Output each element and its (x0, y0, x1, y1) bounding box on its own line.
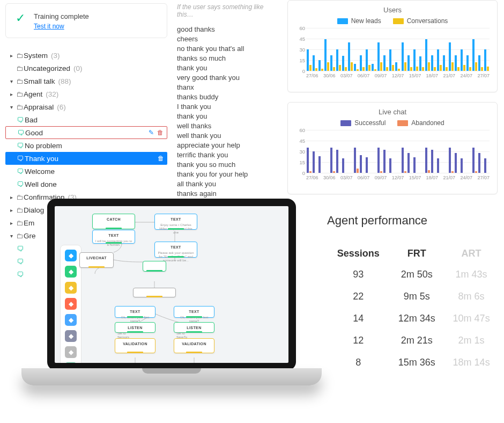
perf-title: Agent performance (327, 214, 499, 228)
folder-icon: 🗀 (15, 103, 24, 111)
toolbox-item[interactable]: ◆ (65, 250, 77, 261)
toolbox-item[interactable]: ◆ (65, 314, 77, 326)
tree-item-uncategorized[interactable]: ▸🗀 Uncategorized (0) (5, 62, 167, 75)
training-title: Training complete (34, 12, 89, 20)
delete-icon[interactable]: 🗑 (158, 155, 164, 162)
chart-title: Live chat (295, 108, 490, 116)
flow-node-livechat[interactable]: LIVECHAT (79, 252, 114, 268)
perf-table: Sessions FRT ART 932m 50s1m 43s229m 5s8m… (327, 244, 499, 374)
users-chart-card: Users New leads Conversations 0153045602… (287, 0, 498, 92)
flow-node[interactable] (143, 261, 166, 272)
laptop-notch (142, 368, 201, 374)
tree-leaf-thankyou[interactable]: 🗨 Thank you 🗑 (5, 152, 167, 165)
phrase-item[interactable]: thanks buddy (177, 92, 279, 102)
phrase-item[interactable]: good thanks (177, 25, 279, 34)
users-chart: 01530456027/0630/0603/0706/0709/0712/071… (306, 28, 490, 78)
folder-icon: 🗀 (15, 90, 24, 98)
test-it-now-link[interactable]: Test it now (34, 23, 64, 30)
phrases-panel: If the user says something like this… go… (177, 3, 279, 199)
phrase-item[interactable]: thanks again (177, 189, 279, 199)
tree-leaf-noproblem[interactable]: 🗨 No problem (5, 139, 167, 152)
folder-icon: 🗀 (15, 52, 24, 60)
phrase-item[interactable]: thank you so much (177, 160, 279, 170)
toolbox-item[interactable]: ◆ (65, 346, 77, 358)
laptop-mockup: ◆◆◆◆◆◆◆◆ CATCH TEXTEnjoy some • Charles … (21, 199, 322, 412)
table-row: 932m 50s1m 43s (327, 264, 499, 286)
delete-icon[interactable]: 🗑 (157, 129, 164, 136)
phrase-item[interactable]: thank you (177, 63, 279, 73)
toolbox-item[interactable]: ◆ (65, 330, 77, 342)
phrase-item[interactable]: well thank you (177, 131, 279, 141)
phrase-item[interactable]: thanks so much (177, 54, 279, 63)
chat-icon: 🗨 (15, 180, 25, 188)
phrase-item[interactable]: well thanks (177, 121, 279, 131)
col-art: ART (444, 244, 499, 264)
training-complete-card: ✓ Training complete Test it now (5, 3, 167, 38)
folder-icon: 🗀 (15, 64, 24, 72)
livechat-chart: 01530456027/0630/0603/0706/0709/0712/071… (306, 130, 490, 180)
phrase-item[interactable]: thank you for your help (177, 170, 279, 179)
chat-icon: 🗨 (15, 116, 25, 124)
tree-leaf-bad[interactable]: 🗨 Bad (5, 113, 167, 126)
tree-item-agent[interactable]: ▸🗀 Agent (32) (5, 87, 167, 100)
flow-node-text[interactable]: TEXTI will be connecting you to a human. (92, 230, 135, 244)
phrase-item[interactable]: appreciate your help (177, 141, 279, 150)
phrase-item[interactable]: thank you (177, 112, 279, 121)
flow-node-text[interactable]: TEXTOk, what's your first name? (115, 306, 155, 318)
flow-node-listen[interactable]: LISTENSet toSaveTo (174, 322, 214, 333)
edit-icon[interactable]: ✎ (149, 129, 154, 136)
tree-item-system[interactable]: ▸🗀 System (3) (5, 49, 167, 62)
agent-performance-panel: Agent performance Sessions FRT ART 932m … (327, 214, 499, 374)
tree-leaf-good[interactable]: 🗨 Good ✎ 🗑 (5, 126, 167, 139)
toolbox-item[interactable]: ◆ (65, 282, 77, 294)
flow-node[interactable] (133, 288, 176, 297)
flow-node-listen[interactable]: LISTENSet toSensors (115, 322, 155, 333)
toolbox-item[interactable]: ◆ (65, 298, 77, 310)
table-row: 815m 36s18m 14s (327, 352, 499, 374)
livechat-chart-card: Live chat Successful Abandoned 015304560… (287, 102, 498, 194)
chat-icon: 🗨 (16, 129, 25, 137)
col-sessions: Sessions (327, 244, 389, 264)
chart-legend: Successful Abandoned (295, 119, 490, 127)
phrase-item[interactable]: thanx (177, 83, 279, 92)
flow-toolbox[interactable]: ◆◆◆◆◆◆◆◆ (60, 245, 81, 370)
table-row: 229m 5s8m 6s (327, 286, 499, 308)
chat-icon: 🗨 (15, 167, 25, 176)
table-row: 1412m 34s10m 47s (327, 308, 499, 330)
flow-node-validation[interactable]: VALIDATION (115, 338, 155, 353)
flow-node-text[interactable]: TEXTPlease ask your question for "Email … (154, 242, 197, 258)
tree-leaf-welcome[interactable]: 🗨 Welcome (5, 165, 167, 178)
toolbox-item[interactable]: ◆ (65, 266, 77, 278)
phrases-list: good thankscheersno thank you that's all… (177, 25, 279, 199)
flow-node-text[interactable]: TEXTEnjoy some • Charles Miller at sport… (154, 214, 197, 230)
tree-item-smalltalk[interactable]: ▾🗀 Small talk (88) (5, 75, 167, 87)
flow-node-validation[interactable]: VALIDATION (174, 338, 214, 353)
col-frt: FRT (389, 244, 444, 264)
laptop-screen: ◆◆◆◆◆◆◆◆ CATCH TEXTEnjoy some • Charles … (47, 199, 296, 370)
phrase-item[interactable]: very good thank you (177, 73, 279, 83)
check-icon: ✓ (16, 12, 25, 30)
table-row: 122m 21s2m 1s (327, 330, 499, 352)
chat-icon: 🗨 (15, 142, 25, 150)
folder-icon: 🗀 (15, 77, 24, 85)
phrases-header: If the user says something like this… (177, 3, 279, 18)
chart-legend: New leads Conversations (295, 17, 490, 25)
phrase-item[interactable]: I thank you (177, 102, 279, 112)
chat-icon: 🗨 (15, 155, 25, 163)
tree-leaf-welldone[interactable]: 🗨 Well done (5, 178, 167, 191)
tree-item-appraisal[interactable]: ▾🗀 Appraisal (6) (5, 100, 167, 113)
phrase-item[interactable]: terrific thank you (177, 150, 279, 160)
chart-title: Users (295, 6, 490, 14)
phrase-item[interactable]: cheers (177, 34, 279, 44)
phrase-item[interactable]: no thank you that's all (177, 44, 279, 54)
phrase-item[interactable]: all thank you (177, 179, 279, 189)
flow-editor[interactable]: ◆◆◆◆◆◆◆◆ CATCH TEXTEnjoy some • Charles … (55, 206, 288, 363)
flow-node-catch[interactable]: CATCH (92, 214, 135, 229)
flow-node-text[interactable]: TEXTOk, what's your last name? (174, 306, 214, 318)
